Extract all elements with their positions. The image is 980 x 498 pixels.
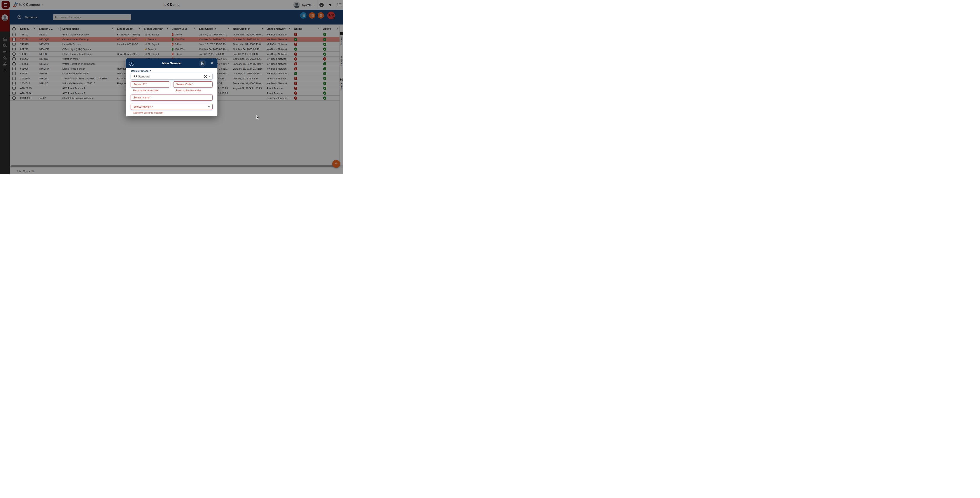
save-icon — [200, 62, 204, 65]
close-icon[interactable]: ✕ — [210, 61, 214, 65]
sensor-code-placeholder: Sensor Code * — [176, 83, 193, 86]
select-network-hint: Assign the sensor to a network — [133, 111, 163, 114]
modal-header: i New Sensor ✕ — [126, 59, 218, 68]
mouse-cursor — [256, 115, 260, 120]
sensor-id-placeholder: Sensor ID * — [134, 83, 147, 86]
select-network-dropdown[interactable]: Select Network * — [130, 104, 213, 110]
chevron-down-icon[interactable] — [208, 107, 210, 107]
chevron-down-icon[interactable] — [208, 76, 210, 77]
device-protocol-value: RF Standard — [134, 75, 204, 78]
sensor-code-input[interactable]: Sensor Code * — [173, 81, 213, 88]
select-network-placeholder: Select Network * — [134, 105, 153, 108]
sensor-name-input[interactable]: Sensor Name * — [130, 94, 213, 101]
sensor-id-hint: Found on the sensor label — [133, 89, 159, 92]
device-protocol-label: Device Protocol * — [131, 70, 151, 72]
sensor-code-hint: Found on the sensor label — [176, 89, 201, 92]
save-button[interactable] — [199, 59, 206, 67]
sensor-name-placeholder: Sensor Name * — [134, 96, 151, 99]
new-sensor-modal: i New Sensor ✕ Device Protocol * RF Stan… — [126, 59, 218, 116]
device-protocol-select[interactable]: RF Standard — [130, 73, 213, 80]
clear-icon[interactable] — [204, 75, 207, 78]
modal-body: Device Protocol * RF Standard Sensor ID … — [126, 68, 218, 116]
sensor-id-input[interactable]: Sensor ID * — [130, 81, 170, 88]
